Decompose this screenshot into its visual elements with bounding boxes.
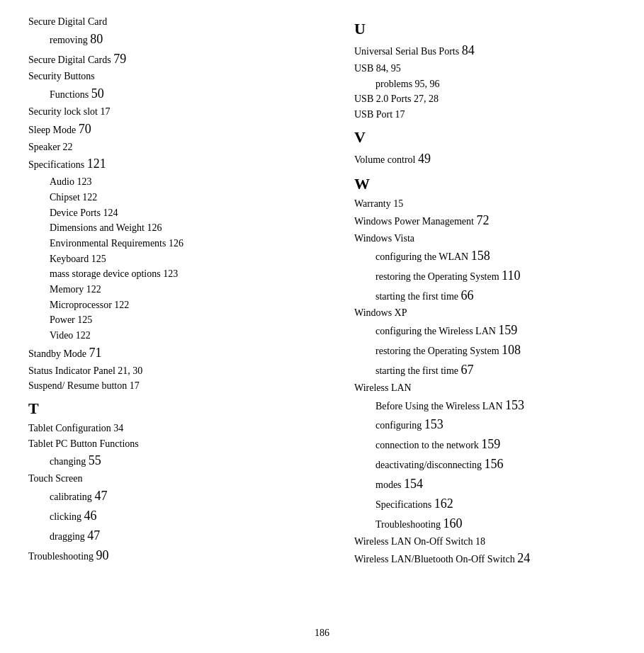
entry-windows-power: Windows Power Management 72 [354, 211, 616, 231]
entry-usb: USB 84, 95 [354, 61, 616, 76]
entry-secure-digital-card: Secure Digital Card [28, 14, 326, 30]
entry-restoring-vista: restoring the Operating System 110 [354, 266, 616, 286]
entry-volume-control: Volume control 49 [354, 149, 616, 169]
entry-connection-network: connection to the network 159 [354, 435, 616, 455]
page-content: Secure Digital Card removing 80 Secure D… [28, 14, 616, 569]
entry-windows-vista: Windows Vista [354, 231, 616, 246]
entry-security-buttons: Security Buttons [28, 69, 326, 84]
entry-touch-screen: Touch Screen [28, 471, 326, 487]
entry-wireless-lan-bt-switch: Wireless LAN/Bluetooth On-Off Switch 24 [354, 549, 616, 569]
section-letter-v: V [354, 128, 616, 147]
entry-mass-storage: mass storage device options 123 [28, 266, 326, 282]
section-letter-u: U [354, 20, 616, 38]
entry-video: Video 122 [28, 328, 326, 343]
entry-troubleshooting-wlan: Troubleshooting 160 [354, 514, 616, 534]
entry-secure-digital-cards: Secure Digital Cards 79 [28, 50, 326, 69]
entry-specifications-wlan: Specifications 162 [354, 494, 616, 514]
entry-dimensions-weight: Dimensions and Weight 126 [28, 220, 326, 236]
entry-usb20-ports: USB 2.0 Ports 27, 28 [354, 91, 616, 107]
entry-standby-mode: Standby Mode 71 [28, 343, 326, 363]
entry-starting-vista: starting the first time 66 [354, 286, 616, 306]
entry-modes: modes 154 [354, 475, 616, 494]
entry-tablet-pc-button: Tablet PC Button Functions [28, 436, 326, 452]
entry-suspend-resume: Suspend/ Resume button 17 [28, 378, 326, 394]
entry-functions: Functions 50 [28, 84, 326, 104]
left-column: Secure Digital Card removing 80 Secure D… [28, 14, 326, 569]
right-column: U Universal Serial Bus Ports 84 USB 84, … [354, 14, 616, 569]
entry-power: Power 125 [28, 312, 326, 328]
entry-environmental: Environmental Requirements 126 [28, 236, 326, 251]
entry-clicking: clicking 46 [28, 506, 326, 526]
entry-usb-port: USB Port 17 [354, 107, 616, 123]
entry-specifications: Specifications 121 [28, 154, 326, 174]
entry-tablet-config: Tablet Configuration 34 [28, 421, 326, 436]
entry-restoring-xp: restoring the Operating System 108 [354, 341, 616, 360]
section-letter-w: W [354, 175, 616, 193]
entry-windows-xp: Windows XP [354, 305, 616, 321]
entry-usb-problems: problems 95, 96 [354, 76, 616, 92]
entry-changing: changing 55 [28, 451, 326, 471]
entry-device-ports: Device Ports 124 [28, 205, 326, 221]
entry-wireless-lan-switch: Wireless LAN On-Off Switch 18 [354, 534, 616, 550]
entry-configuring-wlan2: configuring 153 [354, 415, 616, 435]
entry-calibrating: calibrating 47 [28, 487, 326, 506]
entry-keyboard: Keyboard 125 [28, 251, 326, 267]
entry-dragging: dragging 47 [28, 526, 326, 546]
entry-before-using-wlan: Before Using the Wireless LAN 153 [354, 396, 616, 416]
entry-security-lock-slot: Security lock slot 17 [28, 104, 326, 120]
entry-warranty: Warranty 15 [354, 196, 616, 212]
entry-deactivating: deactivating/disconnecting 156 [354, 455, 616, 475]
page-number: 186 [315, 628, 329, 638]
entry-audio: Audio 123 [28, 174, 326, 190]
entry-chipset: Chipset 122 [28, 190, 326, 205]
page-footer: 186 [0, 628, 644, 639]
entry-memory: Memory 122 [28, 282, 326, 297]
section-letter-t: T [28, 399, 326, 418]
entry-configuring-wlan: configuring the WLAN 158 [354, 246, 616, 266]
entry-speaker: Speaker 22 [28, 140, 326, 155]
entry-microprocessor: Microprocessor 122 [28, 297, 326, 313]
entry-configuring-wireless-xp: configuring the Wireless LAN 159 [354, 321, 616, 341]
entry-troubleshooting: Troubleshooting 90 [28, 546, 326, 566]
entry-wireless-lan: Wireless LAN [354, 380, 616, 396]
entry-status-indicator: Status Indicator Panel 21, 30 [28, 363, 326, 379]
entry-sleep-mode: Sleep Mode 70 [28, 120, 326, 140]
entry-removing: removing 80 [28, 30, 326, 50]
entry-starting-xp: starting the first time 67 [354, 360, 616, 380]
entry-usb-ports: Universal Serial Bus Ports 84 [354, 41, 616, 61]
